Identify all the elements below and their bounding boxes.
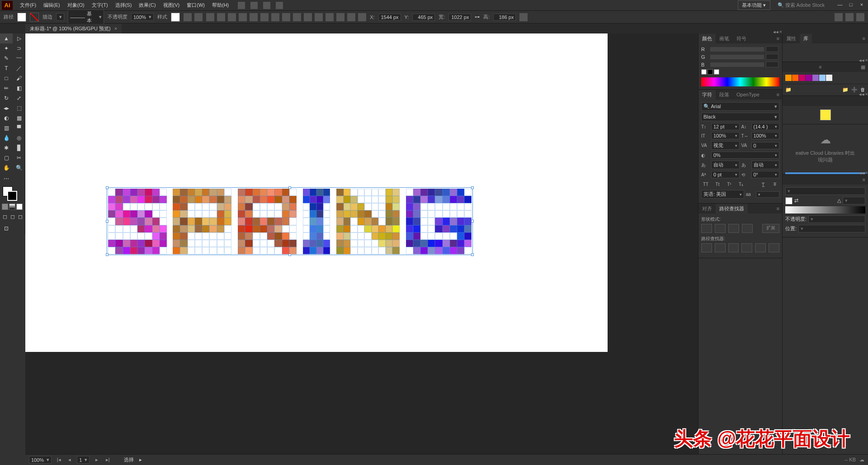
distribute-right-icon[interactable]	[315, 13, 323, 21]
artboard-tool[interactable]: ▢	[0, 153, 13, 163]
trim-btn[interactable]	[715, 243, 726, 252]
font-family[interactable]: 🔍 Arial	[701, 102, 779, 111]
align-right-icon[interactable]	[228, 13, 236, 21]
swatch[interactable]	[792, 75, 798, 81]
next-artboard-btn[interactable]: ▸	[93, 457, 100, 463]
artboard-nav[interactable]: 1	[77, 456, 90, 464]
stroke-color[interactable]	[7, 191, 17, 201]
distribute-h-icon[interactable]	[271, 13, 279, 21]
black-swatch[interactable]	[708, 69, 713, 75]
rotate-tool[interactable]: ↻	[0, 93, 13, 103]
stock-icon[interactable]	[250, 2, 258, 9]
menu-view[interactable]: 视图(V)	[160, 0, 184, 10]
eraser-tool[interactable]: ◧	[13, 83, 25, 93]
expand-btn[interactable]: 扩展	[762, 224, 779, 233]
panel-menu-icon[interactable]: ≡	[860, 36, 868, 41]
grad-position[interactable]	[798, 225, 865, 232]
color-mode-none[interactable]	[16, 204, 23, 210]
collapse-icon[interactable]: ◂◂	[859, 57, 864, 63]
tab-paragraph[interactable]: 段落	[716, 90, 733, 100]
leading[interactable]: (14.4 )	[751, 123, 780, 130]
eyedropper-tool[interactable]: 💧	[0, 133, 13, 143]
auto2[interactable]: 自动	[751, 161, 780, 169]
document-tab[interactable]: 未标题-1* @ 100% (RGB/GPU 预览) ×	[25, 24, 122, 33]
y-input[interactable]	[412, 14, 435, 21]
allcaps-btn[interactable]: TT	[701, 180, 710, 188]
strike-btn[interactable]: T̶	[770, 180, 779, 188]
hand-tool[interactable]: ✋	[0, 163, 13, 173]
white-swatch[interactable]	[714, 69, 719, 75]
align-top-icon[interactable]	[239, 13, 247, 21]
stroke-weight[interactable]	[56, 13, 64, 21]
g-input[interactable]	[766, 54, 778, 60]
fill-swatch[interactable]	[17, 13, 26, 22]
tab-color[interactable]: 颜色	[698, 34, 716, 43]
tracking[interactable]: 0	[751, 142, 780, 149]
menu-select[interactable]: 选择(S)	[112, 0, 136, 10]
language[interactable]: 英语: 美国	[701, 190, 744, 199]
b-slider[interactable]	[710, 62, 764, 67]
curvature-tool[interactable]: 〰	[13, 53, 25, 63]
opacity-input[interactable]: 100%	[131, 13, 154, 21]
edit-icon[interactable]	[845, 13, 854, 21]
swatch[interactable]	[812, 75, 819, 81]
close-button[interactable]: ×	[857, 2, 866, 9]
char-opacity[interactable]: 0%	[711, 152, 779, 159]
kerning[interactable]: 视觉	[711, 141, 740, 150]
maximize-button[interactable]: □	[846, 2, 855, 9]
merge-btn[interactable]	[728, 243, 739, 252]
tab-align[interactable]: 对齐	[698, 204, 716, 214]
width-tool[interactable]: ◂▸	[0, 103, 13, 113]
menu-window[interactable]: 窗口(W)	[183, 0, 208, 10]
workspace-switcher[interactable]: 基本功能 ▾	[738, 0, 770, 10]
h-scale[interactable]: 100%	[751, 132, 780, 139]
collapse-icon[interactable]: ◂◂	[773, 29, 778, 35]
font-style[interactable]: Black	[701, 113, 779, 121]
isolate-icon[interactable]	[835, 13, 843, 21]
outline-btn[interactable]	[755, 243, 766, 252]
status-dropdown-icon[interactable]: ▸	[139, 457, 142, 463]
tab-character[interactable]: 字符	[698, 90, 716, 100]
shape-builder-tool[interactable]: ◐	[0, 113, 13, 123]
perspective-tool[interactable]: ▦	[13, 113, 25, 123]
symbol-sprayer-tool[interactable]: ✱	[0, 143, 13, 153]
draw-normal[interactable]: ◻	[2, 212, 9, 222]
auto1[interactable]: 自动	[711, 161, 740, 169]
panel-menu-icon[interactable]: ≡	[774, 92, 782, 97]
r-input[interactable]	[766, 46, 778, 52]
free-transform-tool[interactable]: ⬚	[13, 103, 25, 113]
last-artboard-btn[interactable]: ▸|	[104, 457, 111, 463]
crop-btn[interactable]	[741, 243, 752, 252]
distribute-left-icon[interactable]	[293, 13, 301, 21]
lasso-tool[interactable]: ⊃	[13, 43, 25, 53]
gradient-angle[interactable]	[843, 197, 865, 204]
close-panel-icon[interactable]: ×	[779, 29, 782, 35]
edit-toolbar[interactable]: ⋯	[0, 173, 13, 185]
intersect-btn[interactable]	[728, 224, 739, 233]
swatch[interactable]	[819, 75, 826, 81]
graph-tool[interactable]: ▊	[13, 143, 25, 153]
font-size[interactable]: 12 pt	[711, 123, 740, 130]
r-slider[interactable]	[710, 47, 764, 52]
none-swatch[interactable]	[701, 69, 707, 75]
draw-behind[interactable]: ◻	[9, 212, 16, 222]
collapse-icon[interactable]: ◂◂	[859, 170, 864, 176]
menu-file[interactable]: 文件(F)	[16, 0, 40, 10]
color-spectrum[interactable]	[701, 77, 779, 86]
b-input[interactable]	[766, 62, 778, 67]
draw-inside[interactable]: ◻	[17, 212, 24, 222]
distribute-bottom-icon[interactable]	[347, 13, 355, 21]
type-tool[interactable]: T	[0, 63, 13, 73]
align-hcenter-icon[interactable]	[217, 13, 225, 21]
h-input[interactable]	[493, 14, 516, 21]
minimize-button[interactable]: —	[835, 2, 844, 9]
mesh-tool[interactable]: ▥	[0, 123, 13, 133]
tab-opentype[interactable]: OpenType	[733, 90, 763, 99]
blend-tool[interactable]: ◎	[13, 133, 25, 143]
zoom-tool[interactable]: 🔍	[13, 163, 25, 173]
panel-menu-icon[interactable]: ≡	[860, 177, 868, 182]
close-panel-icon[interactable]: ×	[865, 57, 868, 63]
stroke-swatch[interactable]	[30, 13, 39, 22]
gradient-swatch[interactable]	[785, 197, 793, 204]
g-slider[interactable]	[710, 55, 764, 59]
